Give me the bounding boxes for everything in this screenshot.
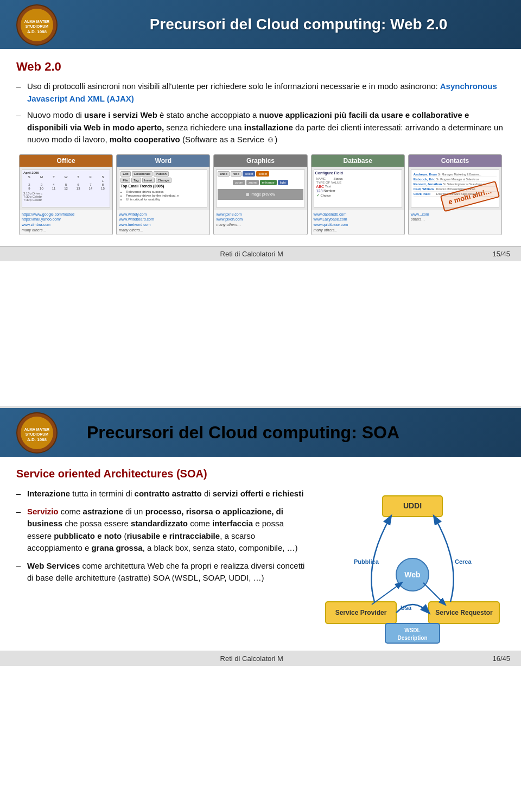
slide2-bullet3: Web Services come architettura Web che f… bbox=[16, 560, 505, 584]
card-word-body: Edit Collaborate Publish File Tag Insert… bbox=[117, 167, 209, 210]
slide1-title: Precursori del Cloud computing: Web 2.0 bbox=[87, 15, 510, 34]
slide2-bullet2: Servizio come astrazione di un processo,… bbox=[16, 506, 505, 555]
bullet-2: Nuovo modo di usare i servizi Web è stat… bbox=[16, 109, 505, 146]
card-office: Office April 2006 SMTWTFS 1 2345678 9101… bbox=[19, 154, 113, 235]
select-btn[interactable]: select bbox=[243, 171, 256, 177]
contact-1: Andrews, Evan Sr. Manager, Marketing & B… bbox=[414, 172, 497, 177]
svg-text:STUDIORUM: STUDIORUM bbox=[25, 24, 48, 28]
graphics-link2[interactable]: www.pixoh.com bbox=[216, 217, 304, 222]
svg-text:ALMA MATER: ALMA MATER bbox=[24, 427, 49, 431]
svg-text:A.D. 1088: A.D. 1088 bbox=[27, 29, 47, 34]
word-link1[interactable]: www.writely.com bbox=[119, 212, 207, 217]
app-cards-container: Office April 2006 SMTWTFS 1 2345678 9101… bbox=[16, 154, 505, 235]
select2-btn[interactable]: select bbox=[256, 171, 269, 177]
b2-t11: pubblicato e noto bbox=[54, 531, 122, 540]
b2-t16: , a black box, senza stato, componibile,… bbox=[143, 543, 298, 552]
light-btn[interactable]: light bbox=[278, 180, 288, 185]
publish-btn[interactable]: Publish bbox=[154, 171, 169, 177]
slide-1: ALMA MATER STUDIORUM A.D. 1088 Precursor… bbox=[0, 0, 521, 406]
word-bullet3: UI is critical for usability bbox=[126, 198, 205, 201]
db-val-name: Status bbox=[334, 177, 343, 180]
graphics-preview: ▦ image preview bbox=[246, 192, 275, 197]
tag-btn[interactable]: Tag bbox=[131, 178, 141, 183]
collaborate-btn[interactable]: Collaborate bbox=[132, 171, 153, 177]
graphics-link1[interactable]: www.pxn8.com bbox=[216, 212, 304, 217]
svg-text:ALMA MATER: ALMA MATER bbox=[24, 20, 49, 23]
bullet2-t6: installazione bbox=[244, 123, 293, 132]
slide1-header: ALMA MATER STUDIORUM A.D. 1088 Precursor… bbox=[0, 0, 521, 49]
office-link1[interactable]: https://www.google.com/hosted bbox=[22, 212, 110, 217]
bullet2-t1: Nuovo modo di bbox=[27, 110, 84, 119]
slide2-header: ALMA MATER STUDIORUM A.D. 1088 Precursor… bbox=[0, 408, 521, 457]
db-link2[interactable]: www.Lazybase.com bbox=[314, 217, 402, 222]
b1-t2: tutta in termini di bbox=[72, 489, 134, 498]
contact1-name: Andrews, Evan bbox=[414, 173, 437, 176]
slide-2: ALMA MATER STUDIORUM A.D. 1088 Precursor… bbox=[0, 406, 521, 812]
slide2-footer-right: 16/45 bbox=[492, 654, 510, 663]
edit-btn[interactable]: Edit bbox=[120, 171, 130, 177]
contact5-name: Clark, Neal bbox=[414, 192, 435, 196]
slide1-heading: Web 2.0 bbox=[16, 60, 505, 74]
contact3-name: Bennett, Jonathan bbox=[414, 182, 442, 186]
office-calendar: SMTWTFS 1 2345678 9101112131415 bbox=[23, 175, 109, 190]
enhance-btn[interactable]: enhance bbox=[260, 180, 277, 185]
db-val-text: Text bbox=[325, 185, 331, 188]
slide2-title: Precursori del Cloud computing: SOA bbox=[87, 423, 399, 443]
svg-text:A.D. 1088: A.D. 1088 bbox=[27, 437, 47, 442]
svg-text:Usa: Usa bbox=[401, 605, 412, 611]
b2-t1: Servizio bbox=[27, 507, 59, 516]
card-database-screen: Configure Field NAME Status TYPE OF VALU… bbox=[314, 169, 402, 207]
word-many: many others... bbox=[119, 228, 143, 232]
file-btn[interactable]: File bbox=[120, 178, 130, 183]
slide1-footer-right: 15/45 bbox=[492, 250, 510, 258]
svg-text:Service Requestor: Service Requestor bbox=[435, 609, 493, 616]
b2-t3: astrazione bbox=[83, 507, 123, 516]
undo-btn[interactable]: undo bbox=[218, 171, 229, 177]
card-word: Word Edit Collaborate Publish File Tag I… bbox=[116, 154, 210, 235]
bullet2-t3: è stato anche accoppiato a bbox=[157, 110, 259, 119]
b2-t13: riusabile e rintracciabile bbox=[126, 531, 220, 540]
b2-t9: interfaccia bbox=[212, 519, 253, 528]
contacts-link1[interactable]: www...com bbox=[411, 212, 499, 217]
card-database-header: Database bbox=[312, 155, 404, 167]
db-link1[interactable]: www.dabbledb.com bbox=[314, 212, 402, 217]
b2-t7: standardizzato bbox=[131, 519, 188, 528]
graphics-toolbar: undo redo select select bbox=[218, 171, 303, 177]
b1-t1: Interazione bbox=[27, 489, 70, 498]
svg-text:STUDIORUM: STUDIORUM bbox=[25, 432, 48, 436]
card-database-footer: www.dabbledb.com www.Lazybase.com www.qu… bbox=[312, 210, 404, 235]
bullet2-t5: senza richiedere una bbox=[164, 123, 244, 132]
card-office-screen: April 2006 SMTWTFS 1 2345678 91011121314… bbox=[22, 169, 110, 207]
redo-btn[interactable]: redo bbox=[231, 171, 242, 177]
bullet1-text1: Uso di protocolli asincroni non visibili… bbox=[27, 81, 440, 91]
card-contacts: Contacts Andrews, Evan Sr. Manager, Mark… bbox=[408, 154, 502, 235]
card-database: Database Configure Field NAME Status TYP… bbox=[311, 154, 405, 235]
word-toolbar2: File Tag Insert Change bbox=[120, 178, 206, 183]
db-many: many others... bbox=[314, 228, 338, 232]
graphics-many: many others… bbox=[216, 223, 241, 226]
card-graphics-body: undo redo select select zoom zoom enhanc… bbox=[214, 167, 307, 210]
word-link2[interactable]: www.writeboard.com bbox=[119, 217, 207, 222]
office-link2[interactable]: https://mail.yahoo.com/ bbox=[22, 217, 110, 222]
office-link3[interactable]: www.zimbra.com bbox=[22, 222, 110, 228]
insert-btn[interactable]: Insert bbox=[142, 178, 155, 183]
zoom-btn[interactable]: zoom bbox=[233, 180, 245, 185]
slide2-heading: Service oriented Architectures (SOA) bbox=[16, 468, 505, 480]
b2-t4: di un bbox=[125, 507, 145, 516]
bullet2-t2: usare i servizi Web bbox=[84, 110, 157, 119]
db-abc-icon: ABC bbox=[316, 185, 324, 188]
word-link3[interactable]: www.inetword.com bbox=[119, 222, 207, 228]
contact4-name: Caid, William bbox=[414, 187, 435, 191]
word-toolbar: Edit Collaborate Publish bbox=[120, 171, 206, 177]
change-btn[interactable]: Change bbox=[156, 178, 171, 183]
card-graphics: Graphics undo redo select select zoom zo… bbox=[213, 154, 307, 235]
card-contacts-header: Contacts bbox=[409, 155, 501, 167]
card-graphics-screen: undo redo select select zoom zoom enhanc… bbox=[216, 169, 304, 207]
bullet-1: Uso di protocolli asincroni non visibili… bbox=[16, 80, 505, 105]
b1-t3: contratto astratto bbox=[135, 489, 202, 498]
db-link3[interactable]: www.quickbase.com bbox=[314, 222, 402, 228]
slide1-footer-center: Reti di Calcolatori M bbox=[220, 250, 283, 258]
card-database-body: Configure Field NAME Status TYPE OF VALU… bbox=[312, 167, 404, 210]
b3-t1: Web Services bbox=[27, 561, 80, 570]
zoom2-btn[interactable]: zoom bbox=[246, 180, 259, 185]
